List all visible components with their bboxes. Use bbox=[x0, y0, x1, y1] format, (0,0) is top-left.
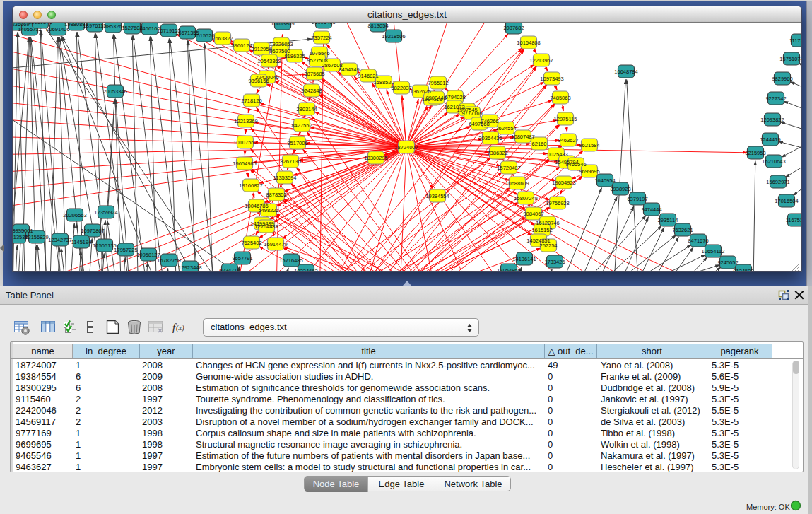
svg-text:9124502: 9124502 bbox=[733, 268, 753, 271]
svg-text:13226053: 13226053 bbox=[269, 41, 293, 47]
svg-text:8427552: 8427552 bbox=[291, 122, 312, 129]
svg-text:1733426: 1733426 bbox=[544, 259, 565, 265]
svg-text:10807487: 10807487 bbox=[511, 134, 534, 140]
svg-text:12505135: 12505135 bbox=[93, 243, 116, 249]
svg-text:19654985: 19654985 bbox=[233, 160, 256, 167]
svg-text:7485063: 7485063 bbox=[550, 95, 570, 101]
svg-text:8454749: 8454749 bbox=[339, 66, 359, 73]
svg-text:9829966: 9829966 bbox=[772, 76, 792, 82]
svg-text:7663822: 7663822 bbox=[212, 35, 233, 42]
svg-text:17016504: 17016504 bbox=[775, 198, 798, 204]
svg-text:18724007: 18724007 bbox=[394, 144, 418, 151]
svg-text:62160: 62160 bbox=[532, 141, 547, 147]
svg-text:12764489: 12764489 bbox=[254, 223, 278, 230]
svg-text:9227342: 9227342 bbox=[765, 95, 786, 102]
svg-text:5822037: 5822037 bbox=[391, 85, 411, 91]
svg-text:1362625: 1362625 bbox=[410, 88, 430, 95]
svg-text:1615152: 1615152 bbox=[531, 227, 552, 233]
svg-text:19384554: 19384554 bbox=[425, 193, 449, 199]
svg-text:7955812: 7955812 bbox=[428, 80, 448, 86]
svg-text:(x): (x) bbox=[176, 324, 184, 332]
svg-text:14136141: 14136141 bbox=[512, 256, 536, 262]
svg-text:16914479: 16914479 bbox=[264, 241, 287, 247]
svg-text:15751074: 15751074 bbox=[779, 56, 801, 62]
svg-text:8813054: 8813054 bbox=[367, 23, 388, 29]
svg-text:9621584: 9621584 bbox=[579, 142, 599, 148]
svg-text:10973493: 10973493 bbox=[540, 76, 563, 82]
svg-text:20364436: 20364436 bbox=[478, 135, 502, 141]
svg-text:3624554: 3624554 bbox=[495, 125, 516, 132]
svg-text:8267130: 8267130 bbox=[280, 158, 300, 165]
svg-text:10025433: 10025433 bbox=[544, 151, 567, 158]
svg-text:10234662: 10234662 bbox=[294, 268, 317, 271]
svg-text:17054866: 17054866 bbox=[497, 267, 520, 271]
svg-text:17957225: 17957225 bbox=[114, 247, 137, 253]
svg-text:16782759: 16782759 bbox=[157, 257, 180, 264]
svg-text:9245652: 9245652 bbox=[717, 259, 738, 266]
svg-text:19756928: 19756928 bbox=[546, 200, 569, 206]
svg-text:9146821: 9146821 bbox=[358, 73, 378, 79]
svg-text:9474444: 9474444 bbox=[641, 206, 661, 213]
svg-text:21905416: 21905416 bbox=[312, 23, 335, 25]
svg-text:9234719: 9234719 bbox=[219, 267, 240, 271]
svg-text:18935061: 18935061 bbox=[13, 228, 33, 234]
svg-text:9777169: 9777169 bbox=[461, 110, 482, 117]
svg-text:3960124: 3960124 bbox=[231, 42, 252, 49]
svg-text:15692971: 15692971 bbox=[766, 179, 789, 185]
svg-text:7386322: 7386322 bbox=[487, 150, 507, 156]
svg-text:16053809: 16053809 bbox=[271, 23, 294, 27]
svg-text:12156829: 12156829 bbox=[25, 234, 48, 240]
svg-text:3912954: 3912954 bbox=[251, 46, 271, 52]
svg-text:8471676: 8471676 bbox=[688, 238, 708, 244]
svg-text:8186325: 8186325 bbox=[284, 53, 305, 59]
svg-text:9084067: 9084067 bbox=[523, 211, 543, 217]
svg-text:12342737: 12342737 bbox=[48, 237, 71, 243]
svg-text:12923448: 12923448 bbox=[178, 264, 201, 271]
svg-text:12213967: 12213967 bbox=[529, 57, 553, 64]
svg-text:16210643: 16210643 bbox=[762, 158, 785, 165]
svg-text:11353594: 11353594 bbox=[273, 175, 297, 181]
svg-text:1117255: 1117255 bbox=[789, 37, 801, 44]
svg-text:9465546: 9465546 bbox=[565, 161, 586, 168]
svg-text:7632621: 7632621 bbox=[672, 227, 693, 233]
svg-text:16154808: 16154808 bbox=[517, 40, 540, 46]
svg-text:15716485: 15716485 bbox=[279, 257, 302, 264]
svg-text:9463627: 9463627 bbox=[558, 137, 578, 144]
svg-text:12975115: 12975115 bbox=[554, 116, 577, 122]
svg-text:1145194: 1145194 bbox=[71, 239, 92, 245]
svg-text:746266: 746266 bbox=[481, 118, 498, 124]
svg-text:252254: 252254 bbox=[539, 243, 557, 249]
svg-text:9657791: 9657791 bbox=[232, 255, 252, 262]
svg-text:20206563: 20206563 bbox=[63, 212, 86, 218]
svg-text:7515526: 7515526 bbox=[194, 33, 214, 39]
svg-text:18300295: 18300295 bbox=[364, 155, 387, 161]
svg-text:2935114: 2935114 bbox=[658, 217, 678, 223]
svg-text:1075546: 1075546 bbox=[309, 50, 329, 57]
svg-text:20053346: 20053346 bbox=[103, 88, 126, 95]
svg-text:5498222: 5498222 bbox=[258, 207, 278, 214]
svg-text:8878352: 8878352 bbox=[266, 192, 286, 198]
svg-text:10688609: 10688609 bbox=[505, 180, 529, 187]
svg-text:6794028: 6794028 bbox=[445, 94, 465, 100]
svg-text:9896156: 9896156 bbox=[248, 78, 269, 84]
svg-text:16120746: 16120746 bbox=[536, 220, 559, 226]
svg-text:1640954: 1640954 bbox=[594, 177, 615, 184]
svg-text:19218506: 19218506 bbox=[382, 33, 405, 40]
svg-text:6379197: 6379197 bbox=[627, 196, 647, 202]
svg-text:14055712: 14055712 bbox=[18, 26, 41, 33]
svg-text:10975867: 10975867 bbox=[81, 228, 104, 234]
svg-text:10107552: 10107552 bbox=[233, 139, 257, 146]
svg-text:2087682: 2087682 bbox=[503, 25, 524, 31]
svg-text:7357224: 7357224 bbox=[311, 35, 331, 41]
svg-text:16648784: 16648784 bbox=[614, 69, 637, 75]
svg-text:8215953: 8215953 bbox=[745, 150, 765, 156]
svg-text:3875685: 3875685 bbox=[304, 71, 324, 77]
svg-text:1244419: 1244419 bbox=[760, 136, 780, 143]
svg-text:19166827: 19166827 bbox=[239, 182, 262, 189]
svg-text:9699695: 9699695 bbox=[579, 168, 599, 175]
svg-text:15807249: 15807249 bbox=[514, 195, 537, 201]
svg-text:2803144: 2803144 bbox=[296, 106, 317, 112]
svg-text:17359924: 17359924 bbox=[94, 209, 117, 216]
svg-text:8938923: 8938923 bbox=[610, 186, 630, 192]
svg-text:7625402: 7625402 bbox=[241, 240, 261, 246]
